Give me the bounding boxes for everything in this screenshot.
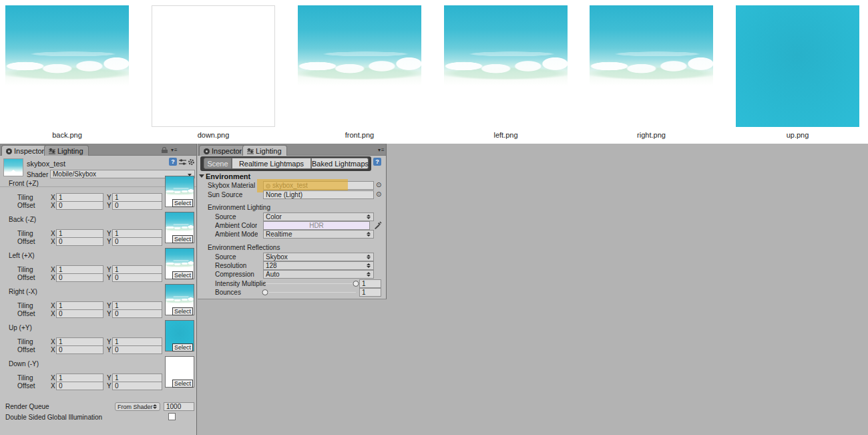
- bounces-value-field[interactable]: 1: [359, 288, 381, 297]
- render-queue-row: Render Queue From Shader 1000: [0, 402, 196, 411]
- lock-icon[interactable]: [162, 147, 168, 153]
- double-sided-gi-checkbox[interactable]: [168, 413, 176, 420]
- resolution-dropdown[interactable]: 128: [263, 261, 374, 270]
- texture-slot-up: Up (+Y) Select Tiling X 1 Y 1 Offset X 0…: [0, 324, 197, 360]
- ambient-color-label: Ambient Color: [215, 222, 257, 229]
- intensity-multiplier-value-field[interactable]: 1: [359, 279, 381, 288]
- tab-lighting[interactable]: Lighting: [242, 145, 287, 156]
- compression-dropdown[interactable]: Auto: [263, 270, 374, 279]
- offset-y-field[interactable]: 0: [112, 309, 162, 318]
- x-label: X: [51, 310, 55, 317]
- file-tile: up.png: [736, 0, 859, 144]
- offset-x-field[interactable]: 0: [56, 273, 103, 282]
- offset-y-field[interactable]: 0: [112, 237, 162, 246]
- tiling-label: Tiling: [17, 374, 33, 382]
- offset-y-field[interactable]: 0: [112, 345, 162, 354]
- slot-title: Front (+Z): [9, 180, 39, 187]
- environment-reflections-header-row: Environment Reflections: [198, 244, 387, 253]
- help-icon[interactable]: ?: [373, 158, 381, 166]
- material-preview-thumbnail[interactable]: [3, 158, 23, 176]
- slider-knob[interactable]: [353, 281, 359, 287]
- offset-x-field[interactable]: 0: [56, 237, 103, 246]
- ambient-mode-label: Ambient Mode: [215, 231, 258, 238]
- eyedropper-icon[interactable]: [373, 221, 382, 230]
- texture-slot-back: Back (-Z) Select Tiling X 1 Y 1 Offset X…: [0, 216, 197, 252]
- scene-tab-button[interactable]: Scene: [204, 158, 232, 169]
- double-sided-gi-row: Double Sided Global Illumination: [0, 412, 196, 420]
- x-label: X: [51, 374, 55, 382]
- y-label: Y: [107, 302, 112, 309]
- ambient-color-row: Ambient Color HDR: [198, 221, 387, 230]
- texture-image-up[interactable]: [736, 5, 859, 127]
- pane-menu-icon[interactable]: ▾≡: [171, 147, 178, 153]
- texture-slot-down: Down (-Y) Select Tiling X 1 Y 1 Offset X…: [0, 360, 197, 396]
- baked-lightmaps-tab-button[interactable]: Baked Lightmaps: [311, 158, 369, 169]
- x-label: X: [51, 230, 55, 237]
- y-label: Y: [107, 274, 112, 281]
- offset-x-field[interactable]: 0: [56, 345, 103, 354]
- help-icon[interactable]: ?: [169, 158, 177, 166]
- ambient-color-field[interactable]: HDR: [263, 221, 370, 230]
- realtime-lightmaps-tab-button[interactable]: Realtime Lightmaps: [232, 158, 311, 169]
- offset-label: Offset: [17, 274, 35, 281]
- environment-header: Environment: [206, 172, 250, 180]
- intensity-multiplier-slider[interactable]: [265, 281, 356, 287]
- offset-y-field[interactable]: 0: [112, 382, 162, 390]
- updown-arrows-icon: [367, 214, 371, 219]
- skybox-material-object-field[interactable]: skybox_test: [263, 181, 374, 190]
- environment-header-row[interactable]: Environment: [198, 172, 387, 181]
- object-picker-icon[interactable]: ⊙: [376, 190, 381, 198]
- lighting-source-dropdown[interactable]: Color: [263, 212, 374, 221]
- y-label: Y: [107, 338, 112, 345]
- tab-inspector[interactable]: Inspector: [199, 145, 247, 156]
- file-name: front.png: [298, 131, 421, 139]
- render-queue-dropdown[interactable]: From Shader: [115, 402, 160, 411]
- file-name: right.png: [590, 131, 713, 139]
- slot-title: Down (-Y): [9, 360, 39, 368]
- file-name: down.png: [152, 131, 275, 139]
- lighting-panel: Inspector Lighting ▾≡ Scene Realtime Lig…: [198, 144, 387, 299]
- object-picker-icon[interactable]: ⊙: [376, 181, 381, 188]
- y-label: Y: [107, 374, 112, 382]
- offset-x-field[interactable]: 0: [56, 382, 103, 390]
- texture-slot-left: Left (+X) Select Tiling X 1 Y 1 Offset X…: [0, 252, 197, 288]
- tab-lighting[interactable]: Lighting: [44, 145, 89, 156]
- texture-image-front[interactable]: [298, 5, 421, 127]
- offset-y-field[interactable]: 0: [112, 201, 162, 210]
- gear-icon[interactable]: [188, 158, 195, 166]
- compression-row: Compression Auto: [198, 270, 387, 279]
- lighting-tabbar: Inspector Lighting ▾≡: [198, 144, 386, 156]
- x-label: X: [51, 194, 55, 201]
- source-label: Source: [215, 213, 236, 221]
- tab-inspector[interactable]: Inspector: [1, 145, 49, 156]
- ambient-mode-dropdown[interactable]: Realtime: [263, 230, 374, 239]
- texture-image-down[interactable]: [152, 5, 275, 127]
- bounces-slider[interactable]: [265, 289, 356, 296]
- tiling-label: Tiling: [17, 266, 33, 273]
- slider-knob[interactable]: [262, 289, 268, 295]
- reflections-source-dropdown[interactable]: Skybox: [263, 253, 374, 261]
- intensity-multiplier-label: Intensity Multiplie: [215, 280, 266, 287]
- offset-x-field[interactable]: 0: [56, 201, 103, 210]
- sun-source-object-field[interactable]: None (Light): [263, 190, 374, 199]
- presets-icon[interactable]: [179, 158, 186, 166]
- file-tile: left.png: [444, 0, 568, 144]
- file-name: back.png: [5, 131, 129, 139]
- inspector-tabbar: Inspector Lighting ▾≡: [0, 144, 196, 156]
- lightmaps-toolbar: Scene Realtime Lightmaps Baked Lightmaps: [200, 156, 371, 171]
- texture-image-left[interactable]: [444, 5, 568, 127]
- offset-label: Offset: [17, 202, 35, 209]
- tiling-label: Tiling: [17, 194, 33, 201]
- offset-x-field[interactable]: 0: [56, 309, 103, 318]
- y-label: Y: [107, 310, 112, 317]
- sun-source-row: Sun Source None (Light) ⊙: [198, 190, 387, 199]
- texture-image-right[interactable]: [590, 5, 713, 127]
- resolution-label: Resolution: [215, 262, 246, 269]
- x-label: X: [51, 266, 55, 273]
- inspector-icon: [204, 148, 210, 154]
- render-queue-value-field[interactable]: 1000: [164, 402, 194, 411]
- x-label: X: [51, 202, 55, 209]
- offset-y-field[interactable]: 0: [112, 273, 162, 282]
- texture-image-back[interactable]: [5, 5, 129, 127]
- pane-menu-icon[interactable]: ▾≡: [378, 147, 385, 153]
